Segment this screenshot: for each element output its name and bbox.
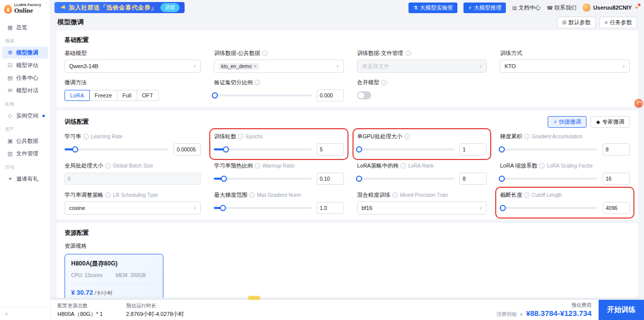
train-data-file-select[interactable]: 请选择文件 ∨ [357,60,487,73]
lr-scheduler-select[interactable]: cosine ∨ [65,201,201,215]
rewards-icon[interactable]: ✦ [634,5,639,11]
info-icon[interactable]: i [404,134,410,139]
info-icon[interactable]: i [392,192,398,198]
method-full-button[interactable]: Full [117,90,137,101]
sidebar-item-overview[interactable]: ▦ 总览 [2,21,48,33]
resource-card-h800a[interactable]: H800A(显存80G) CPU: 13cores MEM: 200GB ¥ 3… [65,254,163,298]
info-icon[interactable]: i [238,134,244,139]
info-icon[interactable]: i [524,134,530,139]
epochs-slider[interactable] [214,148,312,150]
sidebar-item-file-manage[interactable]: ▥ 文件管理 [2,147,48,159]
promo-tab[interactable] [248,296,260,300]
docs-center-link[interactable]: ▤ 文档中心 [512,4,540,12]
info-icon[interactable]: i [105,192,111,198]
docs-center-label: 文档中心 [518,4,541,12]
app-logo[interactable]: LLaMA-Factory Online [0,0,50,19]
slider-handle[interactable] [356,146,362,152]
sidebar-item-instance-space[interactable]: ◇ 实例空间 [2,110,48,122]
slider-handle[interactable] [356,176,362,182]
base-model-value: Qwen3-14B [69,63,193,69]
caret-up-icon[interactable]: ∧ [519,312,523,317]
runtime-estimate-value: 2.8769小时-4.0278小时 [126,310,184,318]
llm-inference-button[interactable]: ⚡ 大模型推理 [463,3,506,13]
epochs-input[interactable] [317,143,344,155]
base-model-select[interactable]: Qwen3-14B ∨ [65,60,201,73]
learning-rate-input[interactable] [173,143,201,155]
toggle-knob [358,92,364,98]
info-icon[interactable]: i [255,80,260,85]
user-menu[interactable]: Useruu82CNIY ✦ [582,4,639,12]
sidebar-item-public-data[interactable]: ▣ 公共数据 [2,135,48,147]
param-global-batch-size: 全局批处理大小 i Global Batch Size [65,162,201,185]
customer-service-button[interactable] [634,99,643,108]
sidebar-item-model-eval[interactable]: ☑ 模型评估 [2,59,48,71]
info-icon[interactable]: i [105,163,111,169]
slider-handle[interactable] [72,146,78,152]
slider-handle[interactable] [212,92,218,98]
mixed-precision-select[interactable]: bf16 ∨ [357,201,487,215]
slider-handle[interactable] [500,205,506,211]
grad-accum-input[interactable] [603,143,630,155]
train-method-select[interactable]: KTO ∨ [500,60,630,73]
remove-tag-icon[interactable]: × [254,64,257,69]
per-gpu-batch-input[interactable] [459,143,487,155]
method-freeze-button[interactable]: Freeze [89,90,118,101]
content-scroll[interactable]: 基础配置 基础模型 Qwen3-14B ∨ 训练数据-公共数据 [56,30,638,298]
warmup-ratio-slider[interactable] [214,178,312,180]
task-center-icon: ▤ [7,75,13,81]
val-split-input[interactable] [317,89,344,101]
max-grad-norm-input[interactable] [317,202,344,214]
learning-rate-slider[interactable] [65,148,168,150]
param-mixed-precision: 混合精度训练 i Mixed Precision Train bf16 ∨ [357,191,487,214]
sidebar-item-label: 模型对话 [16,87,38,94]
info-icon[interactable]: i [262,50,268,56]
cost-detail-link[interactable]: 消费明细 [496,311,516,318]
info-icon[interactable]: i [255,163,260,169]
task-params-button[interactable]: ≡ 任务参数 [600,17,637,28]
slider-handle[interactable] [499,176,505,182]
start-training-button[interactable]: 开始训练 [599,300,644,320]
slider-handle[interactable] [221,176,227,182]
merge-model-toggle[interactable] [357,91,371,99]
cutoff-length-input[interactable] [603,202,630,214]
sidebar-item-invite[interactable]: ✦ 邀请有礼 [2,173,48,185]
contact-us-link[interactable]: ☎ 联系我们 [547,4,576,12]
grad-accum-slider[interactable] [500,148,598,150]
method-oft-button[interactable]: OFT [137,90,159,101]
info-icon[interactable]: i [249,192,255,198]
chevron-down-icon: ∨ [193,64,197,69]
info-icon[interactable]: i [539,163,545,169]
method-lora-button[interactable]: LoRA [65,90,90,101]
max-grad-norm-slider[interactable] [214,207,312,209]
sidebar-item-task-center[interactable]: ▤ 任务中心 [2,72,48,84]
slider-handle[interactable] [220,205,226,211]
quick-finetune-button[interactable]: ⚡ 快捷微调 [548,116,587,128]
info-icon[interactable]: i [524,192,530,198]
sidebar-item-model-finetune[interactable]: ⚙ 模型微调 [2,46,48,59]
info-icon[interactable]: i [381,80,387,85]
val-split-slider[interactable] [214,94,312,96]
lora-scaling-slider[interactable] [500,178,598,180]
info-icon[interactable]: i [405,50,411,56]
per-gpu-batch-slider[interactable] [357,148,455,150]
field-val-split: 验证集切分比例 i [214,79,344,101]
lora-scaling-input[interactable] [603,173,630,185]
collapse-sidebar-button[interactable]: « [5,311,8,316]
info-icon[interactable]: i [400,163,406,169]
slider-handle[interactable] [499,146,505,152]
sidebar-item-label: 总览 [16,24,27,31]
sidebar-item-model-chat[interactable]: ✉ 模型对话 [2,84,48,96]
cutoff-length-slider[interactable] [500,207,598,209]
join-group-button[interactable]: 进群 [160,3,180,12]
default-params-button[interactable]: ⊞ 默认参数 [557,17,596,28]
lora-rank-input[interactable] [459,173,487,185]
lora-rank-slider[interactable] [357,178,455,180]
warmup-ratio-input[interactable] [317,173,344,185]
community-banner[interactable]: 加入社群送「迅铁金喜代金券」 进群 [54,2,185,13]
llm-lab-button[interactable]: ⚗ 大模型实验室 [408,3,457,13]
slider-handle[interactable] [223,146,229,152]
info-icon[interactable]: i [83,134,89,139]
param-label-en: Global Batch Size [113,163,153,169]
expert-finetune-button[interactable]: ◆ 专家微调 [591,116,630,128]
train-data-public-select[interactable]: kto_en_demo× ∨ [214,60,344,73]
